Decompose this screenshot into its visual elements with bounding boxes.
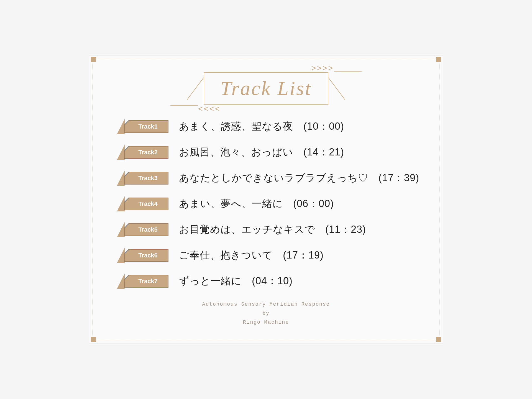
line-bottom-left (170, 105, 198, 106)
footer-line3: Ringo Machine (106, 318, 426, 327)
track-title: お目覚めは、エッチなキスで (11：23) (179, 223, 366, 236)
track-item: Track5 お目覚めは、エッチなキスで (11：23) (117, 222, 415, 237)
track-slash-icon (117, 196, 125, 211)
corner-br (436, 337, 441, 342)
track-slash-icon (117, 273, 125, 289)
arrows-top: >>>> (311, 64, 334, 73)
track-title: あなたとしかできないラブラブえっち♡ (17：39) (179, 171, 419, 185)
track-slash-icon (117, 222, 125, 237)
title-box: >>>> Track List <<<< (204, 72, 328, 105)
track-item: Track4 あまい、夢へ、一緒に (06：00) (117, 196, 415, 211)
main-page: >>>> Track List <<<< Track1 あまく、誘惑、聖なる夜 … (89, 55, 443, 344)
line-top-right (334, 71, 362, 72)
track-list: Track1 あまく、誘惑、聖なる夜 (10：00) Track2 お風呂、泡々… (106, 119, 426, 289)
track-slash-icon (117, 170, 125, 186)
title-section: >>>> Track List <<<< (106, 72, 426, 105)
arrows-bottom: <<<< (198, 104, 221, 113)
track-item: Track3 あなたとしかできないラブラブえっち♡ (17：39) (117, 170, 415, 186)
left-slash-icon (184, 75, 206, 103)
track-item: Track6 ご奉仕、抱きついて (17：19) (117, 248, 415, 263)
track-title: ご奉仕、抱きついて (17：19) (179, 249, 324, 262)
track-badge: Track4 (124, 198, 168, 210)
page-title: Track List (220, 77, 312, 100)
track-label: Track1 (117, 119, 172, 134)
track-item: Track1 あまく、誘惑、聖なる夜 (10：00) (117, 119, 415, 134)
track-slash-icon (117, 119, 125, 134)
track-label: Track4 (117, 196, 172, 211)
track-badge: Track3 (124, 172, 168, 185)
track-title: ずっと一緒に (04：10) (179, 274, 293, 288)
track-slash-icon (117, 145, 125, 160)
track-badge: Track2 (124, 146, 168, 159)
right-slash-icon (326, 75, 348, 103)
track-title: あまい、夢へ、一緒に (06：00) (179, 197, 334, 211)
track-label: Track7 (117, 273, 172, 289)
track-badge: Track1 (124, 120, 168, 133)
corner-tl (91, 57, 96, 62)
svg-line-1 (328, 78, 345, 100)
corner-tr (436, 57, 441, 62)
track-label: Track5 (117, 222, 172, 237)
track-badge: Track6 (124, 249, 168, 262)
track-title: あまく、誘惑、聖なる夜 (10：00) (179, 120, 344, 133)
track-label: Track2 (117, 145, 172, 160)
track-label: Track6 (117, 248, 172, 263)
track-item: Track7 ずっと一緒に (04：10) (117, 273, 415, 289)
corner-bl (91, 337, 96, 342)
svg-line-0 (187, 78, 204, 100)
track-item: Track2 お風呂、泡々、おっぱい (14：21) (117, 145, 415, 160)
track-title: お風呂、泡々、おっぱい (14：21) (179, 145, 344, 159)
track-badge: Track5 (124, 223, 168, 236)
footer: Autonomous Sensory Meridian Response by … (106, 300, 426, 327)
footer-line2: by (106, 309, 426, 318)
track-label: Track3 (117, 170, 172, 186)
footer-line1: Autonomous Sensory Meridian Response (106, 300, 426, 309)
track-slash-icon (117, 248, 125, 263)
track-badge: Track7 (124, 275, 168, 288)
